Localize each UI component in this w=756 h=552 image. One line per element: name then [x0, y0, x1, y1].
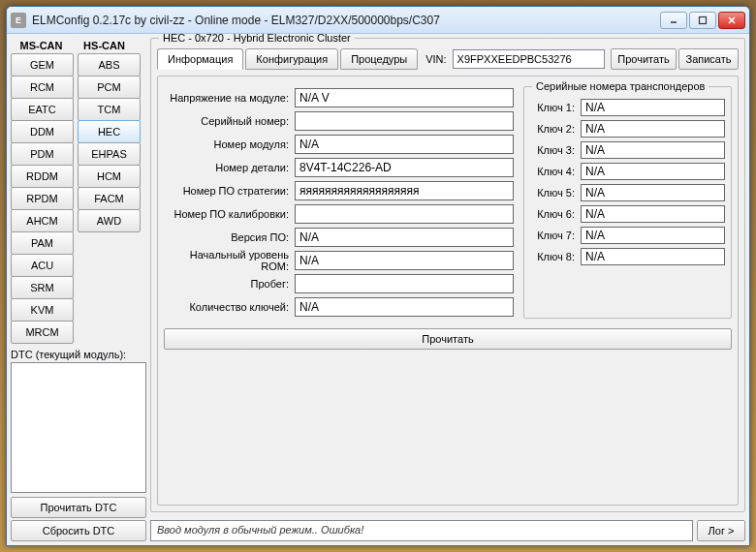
tab-configuration[interactable]: Конфигурация — [245, 48, 338, 70]
info-row: Начальный уровень ROM:N/A — [164, 249, 514, 272]
tabbar: Информация Конфигурация Процедуры VIN: П… — [157, 48, 739, 70]
module-facm[interactable]: FACM — [78, 187, 141, 210]
key-row: Ключ 4:N/A — [530, 161, 725, 182]
key-value: N/A — [581, 227, 725, 244]
module-ddm[interactable]: DDM — [11, 120, 74, 143]
mscan-header: MS-CAN — [11, 38, 72, 53]
info-label: Номер ПО калибровки: — [164, 208, 295, 220]
svg-rect-1 — [700, 16, 707, 23]
minimize-icon — [669, 15, 678, 25]
module-abs[interactable]: ABS — [78, 53, 141, 77]
key-label: Ключ 1: — [530, 102, 581, 113]
info-row: Номер ПО стратегии:яяяяяяяяяяяяяяяяяяя — [164, 179, 514, 202]
module-tcm[interactable]: TCM — [78, 98, 141, 121]
app-window: E ELMConfig 0.2.17c by civil-zz - Online… — [6, 6, 750, 546]
dtc-label: DTC (текущий модуль): — [11, 349, 146, 360]
info-row: Пробег: — [164, 272, 514, 295]
close-button[interactable] — [718, 12, 745, 29]
info-value: N/A — [295, 228, 514, 247]
hscan-header: HS-CAN — [74, 38, 135, 53]
vin-input[interactable] — [453, 49, 605, 69]
module-hcm[interactable]: HCM — [78, 165, 141, 188]
info-label: Количество ключей: — [164, 301, 295, 313]
mscan-column: GEMRCMEATCDDMPDMRDDMRPDMAHCMPAMACUSRMKVM… — [11, 53, 74, 343]
module-acu[interactable]: ACU — [11, 254, 74, 277]
maximize-icon — [698, 15, 708, 25]
key-row: Ключ 3:N/A — [530, 139, 725, 161]
key-label: Ключ 5: — [530, 187, 581, 199]
info-row: Версия ПО:N/A — [164, 226, 514, 249]
info-value — [295, 111, 514, 131]
key-label: Ключ 3: — [530, 144, 581, 156]
key-value: N/A — [581, 205, 725, 223]
key-label: Ключ 2: — [530, 123, 581, 135]
module-rpdm[interactable]: RPDM — [11, 187, 74, 210]
key-value: N/A — [581, 141, 725, 159]
key-row: Ключ 5:N/A — [530, 182, 725, 203]
info-label: Серийный номер: — [164, 115, 295, 127]
module-gem[interactable]: GEM — [11, 53, 74, 77]
transponder-title: Серийные номера транспондеров — [532, 80, 709, 92]
key-label: Ключ 4: — [530, 166, 581, 177]
module-ahcm[interactable]: AHCM — [11, 209, 74, 232]
info-label: Начальный уровень ROM: — [164, 249, 295, 272]
info-row: Номер модуля:N/A — [164, 133, 514, 156]
tab-information[interactable]: Информация — [157, 48, 243, 70]
module-groupbox: HEC - 0x720 - Hybrid Electronic Cluster … — [150, 38, 745, 512]
read-dtc-button[interactable]: Прочитать DTC — [11, 497, 146, 518]
key-row: Ключ 1:N/A — [530, 97, 725, 118]
right-panel: HEC - 0x720 - Hybrid Electronic Cluster … — [150, 38, 745, 541]
left-panel: MS-CAN HS-CAN GEMRCMEATCDDMPDMRDDMRPDMAH… — [11, 38, 146, 541]
info-label: Версия ПО: — [164, 231, 295, 243]
module-kvm[interactable]: KVM — [11, 298, 74, 322]
module-pam[interactable]: PAM — [11, 231, 74, 255]
key-value: N/A — [581, 248, 725, 265]
module-rddm[interactable]: RDDM — [11, 165, 74, 188]
key-row: Ключ 6:N/A — [530, 203, 725, 225]
tab-procedures[interactable]: Процедуры — [340, 48, 418, 70]
module-ehpas[interactable]: EHPAS — [78, 142, 141, 166]
key-value: N/A — [581, 163, 725, 180]
clear-dtc-button[interactable]: Сбросить DTC — [11, 520, 146, 541]
module-eatc[interactable]: EATC — [11, 98, 74, 121]
read-vin-button[interactable]: Прочитать — [611, 48, 677, 70]
hscan-column: ABSPCMTCMHECEHPASHCMFACMAWD — [78, 53, 141, 343]
info-row: Количество ключей:N/A — [164, 295, 514, 319]
titlebar[interactable]: E ELMConfig 0.2.17c by civil-zz - Online… — [7, 7, 749, 34]
module-pcm[interactable]: PCM — [78, 76, 141, 99]
info-row: Номер детали:8V4T-14C226-AD — [164, 156, 514, 179]
window-title: ELMConfig 0.2.17c by civil-zz - Online m… — [32, 14, 660, 27]
module-mrcm[interactable]: MRCM — [11, 321, 74, 344]
key-value: N/A — [581, 184, 725, 201]
info-value: N/A — [295, 251, 514, 270]
read-info-button[interactable]: Прочитать — [164, 328, 732, 350]
key-label: Ключ 7: — [530, 230, 581, 241]
info-value: 8V4T-14C226-AD — [295, 158, 514, 177]
info-row: Напряжение на модуле:N/A V — [164, 86, 514, 109]
write-vin-button[interactable]: Записать — [678, 48, 739, 70]
transponder-groupbox: Серийные номера транспондеров Ключ 1:N/A… — [523, 86, 732, 319]
key-label: Ключ 6: — [530, 208, 581, 220]
vin-label: VIN: — [425, 53, 446, 65]
module-srm[interactable]: SRM — [11, 276, 74, 299]
status-message: Ввод модуля в обычный режим.. Ошибка! — [150, 520, 693, 541]
maximize-button[interactable] — [689, 12, 716, 29]
close-icon — [727, 15, 737, 25]
info-label: Напряжение на модуле: — [164, 92, 295, 104]
module-awd[interactable]: AWD — [78, 209, 141, 232]
dtc-list[interactable] — [11, 362, 146, 493]
info-fields: Напряжение на модуле:N/A VСерийный номер… — [164, 86, 514, 319]
log-button[interactable]: Лог > — [697, 520, 745, 541]
key-row: Ключ 7:N/A — [530, 225, 725, 246]
info-value — [295, 204, 514, 224]
module-pdm[interactable]: PDM — [11, 142, 74, 166]
module-rcm[interactable]: RCM — [11, 76, 74, 99]
info-row: Серийный номер: — [164, 109, 514, 133]
module-hec[interactable]: HEC — [78, 120, 141, 143]
groupbox-title: HEC - 0x720 - Hybrid Electronic Cluster — [159, 34, 355, 44]
minimize-button[interactable] — [660, 12, 687, 29]
key-row: Ключ 2:N/A — [530, 118, 725, 139]
info-label: Номер детали: — [164, 162, 295, 173]
key-value: N/A — [581, 99, 725, 116]
info-value: N/A — [295, 135, 514, 154]
